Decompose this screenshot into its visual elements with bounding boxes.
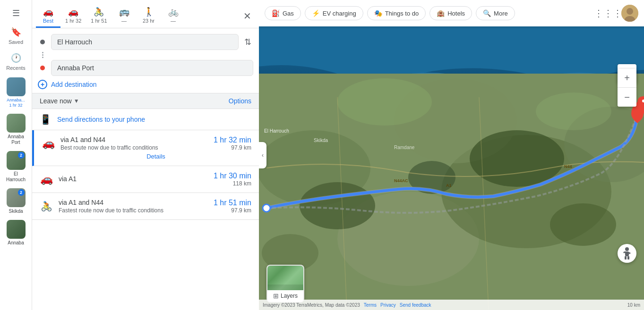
options-bar: Leave now ▼ Options xyxy=(32,93,259,109)
tab-bike[interactable]: 🚴 1 hr 51 xyxy=(86,4,112,28)
svg-text:Ramdane: Ramdane xyxy=(394,145,415,150)
route-time-col-3: 1 hr 51 min 97.9 km xyxy=(214,199,251,214)
tab-cycling[interactable]: 🚲 — xyxy=(161,4,186,28)
destination-row xyxy=(38,60,253,76)
sidebar-item-recents[interactable]: 🕐 Recents xyxy=(0,49,32,75)
feedback-link[interactable]: Send feedback xyxy=(400,302,431,308)
tab-car-best[interactable]: 🚗 Best xyxy=(36,4,60,28)
close-button[interactable]: ✕ xyxy=(240,8,255,24)
layers-button[interactable]: ⊞ Layers xyxy=(266,265,304,302)
more-label: More xyxy=(494,10,508,17)
svg-text:El Harrouch: El Harrouch xyxy=(264,128,289,134)
route-via-1: via A1 and N44 xyxy=(60,136,208,143)
details-button-1[interactable]: Details xyxy=(42,151,251,160)
filter-pill-hotels[interactable]: 🏨 Hotels xyxy=(429,6,472,20)
dotted-line-row xyxy=(38,52,253,58)
menu-icon: ☰ xyxy=(10,8,22,19)
route-info-1: via A1 and N44 Best route now due to tra… xyxy=(60,136,208,151)
filter-pill-more[interactable]: 🔍 More xyxy=(476,6,515,20)
route-item-1[interactable]: 🚗 via A1 and N44 Best route now due to t… xyxy=(32,130,259,166)
gas-icon: ⛽ xyxy=(272,9,280,17)
sidebar-saved-skikda[interactable]: 2 Skikda xyxy=(0,185,32,217)
transit-icon: 🚌 xyxy=(119,7,129,17)
add-destination-row[interactable]: + Add destination xyxy=(38,78,253,89)
tab-transit[interactable]: 🚌 — xyxy=(112,4,137,28)
pegman-button[interactable] xyxy=(618,244,636,263)
saved-thumb-skikda: 2 xyxy=(7,188,26,207)
map-svg: Annaba Port A1 N44 N44AC El Harrouch Ski… xyxy=(259,26,644,310)
filter-pill-ev[interactable]: ⚡ EV charging xyxy=(305,6,363,20)
zoom-controls: + − xyxy=(618,69,636,107)
terms-link[interactable]: Terms xyxy=(364,302,377,308)
origin-dot-container xyxy=(38,40,47,44)
svg-text:N44AC: N44AC xyxy=(394,178,408,183)
svg-point-10 xyxy=(300,182,375,229)
svg-point-29 xyxy=(625,247,629,251)
saved-thumb-annaba xyxy=(7,77,26,96)
route-dist-3: 97.9 km xyxy=(231,207,251,214)
send-directions-bar[interactable]: 📱 Send directions to your phone xyxy=(32,109,259,130)
saved-icon: 🔖 xyxy=(10,26,22,38)
svg-point-15 xyxy=(337,78,432,126)
transport-tabs: 🚗 Best 🚗 1 hr 32 🚴 1 hr 51 🚌 — 🚶 23 hr 🚲… xyxy=(32,0,259,28)
destination-input[interactable] xyxy=(51,60,253,76)
directions-panel: 🚗 Best 🚗 1 hr 32 🚴 1 hr 51 🚌 — 🚶 23 hr 🚲… xyxy=(32,0,259,310)
map-top-right: ⋮⋮⋮ xyxy=(599,4,638,23)
route-time-3: 1 hr 51 min xyxy=(214,199,251,207)
origin-row: ⇅ xyxy=(38,34,253,50)
sidebar-saved-el-harrouch[interactable]: 2 ElHarrouch xyxy=(0,148,32,185)
grid-icon-button[interactable]: ⋮⋮⋮ xyxy=(599,4,618,23)
ev-label: EV charging xyxy=(323,10,356,17)
route-car-icon-1: 🚗 xyxy=(42,137,55,150)
things-icon: 🎭 xyxy=(374,9,382,17)
tab-car-time[interactable]: 🚗 1 hr 32 xyxy=(60,4,86,28)
svg-point-12 xyxy=(550,203,616,246)
route-item-2[interactable]: 🚗 via A1 1 hr 30 min 118 km xyxy=(32,166,259,193)
route-time-1: 1 hr 32 min xyxy=(214,136,251,144)
panel-collapse-handle[interactable]: ‹ xyxy=(259,142,266,168)
add-destination-icon: + xyxy=(38,80,47,89)
filter-pill-gas[interactable]: ⛽ Gas xyxy=(265,6,301,20)
layers-thumbnail xyxy=(267,266,303,290)
tab-walk[interactable]: 🚶 23 hr xyxy=(137,4,161,28)
options-button[interactable]: Options xyxy=(229,97,251,105)
svg-rect-31 xyxy=(625,256,627,260)
zoom-in-button[interactable]: + xyxy=(618,69,636,88)
leave-now-label: Leave now xyxy=(40,97,72,105)
sidebar-saved-annaba-active[interactable]: Annaba...1 hr 32 xyxy=(0,75,32,111)
sidebar-saved-annaba-port[interactable]: AnnabaPort xyxy=(0,111,32,148)
layers-icon: ⊞ xyxy=(273,292,279,300)
route-item-3[interactable]: 🚴 via A1 and N44 Fastest route now due t… xyxy=(32,193,259,220)
map-area: ⛽ Gas ⚡ EV charging 🎭 Things to do 🏨 Hot… xyxy=(259,0,644,310)
route-via-2: via A1 xyxy=(59,175,208,183)
user-avatar[interactable] xyxy=(621,5,638,22)
route-inputs: ⇅ + Add destination xyxy=(32,28,259,93)
origin-input[interactable] xyxy=(51,34,239,50)
route-dist-2: 118 km xyxy=(233,180,251,187)
add-destination-label: Add destination xyxy=(51,81,97,88)
swap-button[interactable]: ⇅ xyxy=(242,35,253,49)
route-via-3: via A1 and N44 xyxy=(59,199,208,206)
filter-pill-things[interactable]: 🎭 Things to do xyxy=(367,6,426,20)
leave-now-button[interactable]: Leave now ▼ xyxy=(40,97,79,105)
route-desc-1: Best route now due to traffic conditions xyxy=(60,144,208,151)
more-search-icon: 🔍 xyxy=(483,9,491,17)
sidebar-saved-annaba2[interactable]: Annaba xyxy=(0,217,32,249)
sidebar-menu-button[interactable]: ☰ xyxy=(0,4,32,23)
route-time-2: 1 hr 30 min xyxy=(214,172,251,180)
route-info-2: via A1 xyxy=(59,175,208,184)
routes-list: 🚗 via A1 and N44 Best route now due to t… xyxy=(32,130,259,310)
svg-point-16 xyxy=(536,92,611,130)
route-car-icon-2: 🚗 xyxy=(40,173,53,185)
sidebar-item-saved[interactable]: 🔖 Saved xyxy=(0,23,32,49)
svg-text:Skikda: Skikda xyxy=(314,138,328,143)
gas-label: Gas xyxy=(283,10,294,17)
zoom-out-button[interactable]: − xyxy=(618,88,636,107)
hotels-icon: 🏨 xyxy=(437,9,445,17)
dest-dot-container xyxy=(38,66,47,70)
chevron-down-icon: ▼ xyxy=(74,98,79,104)
privacy-link[interactable]: Privacy xyxy=(380,302,396,308)
things-label: Things to do xyxy=(385,10,419,17)
send-directions-label: Send directions to your phone xyxy=(57,116,145,123)
saved-thumb-annaba2 xyxy=(7,220,26,239)
